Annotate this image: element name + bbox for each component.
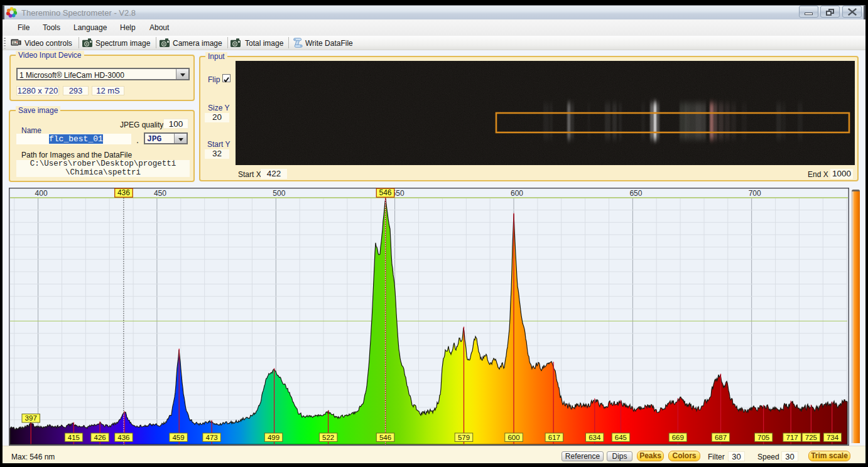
svg-text:600: 600	[511, 189, 523, 198]
svg-text:426: 426	[94, 434, 106, 441]
svg-text:415: 415	[68, 434, 80, 441]
svg-text:725: 725	[805, 434, 817, 441]
svg-text:397: 397	[25, 414, 37, 422]
svg-text:687: 687	[715, 434, 727, 441]
svg-text:522: 522	[322, 434, 334, 441]
svg-text:436: 436	[117, 434, 129, 441]
svg-text:450: 450	[154, 189, 166, 198]
svg-text:700: 700	[749, 189, 761, 198]
svg-text:734: 734	[827, 434, 839, 441]
svg-text:600: 600	[507, 434, 519, 441]
svg-text:459: 459	[172, 434, 184, 441]
svg-text:436: 436	[117, 188, 130, 197]
svg-text:650: 650	[629, 189, 642, 198]
svg-text:705: 705	[757, 434, 769, 441]
svg-text:499: 499	[268, 434, 279, 441]
svg-text:645: 645	[615, 434, 627, 441]
svg-text:473: 473	[206, 434, 218, 441]
svg-text:546: 546	[379, 188, 391, 197]
svg-text:669: 669	[672, 434, 684, 441]
svg-text:546: 546	[379, 434, 391, 441]
svg-text:717: 717	[786, 434, 798, 441]
svg-text:634: 634	[589, 434, 601, 441]
svg-text:579: 579	[458, 434, 470, 441]
svg-text:400: 400	[35, 189, 48, 198]
svg-text:500: 500	[273, 189, 285, 198]
svg-text:617: 617	[548, 434, 560, 441]
